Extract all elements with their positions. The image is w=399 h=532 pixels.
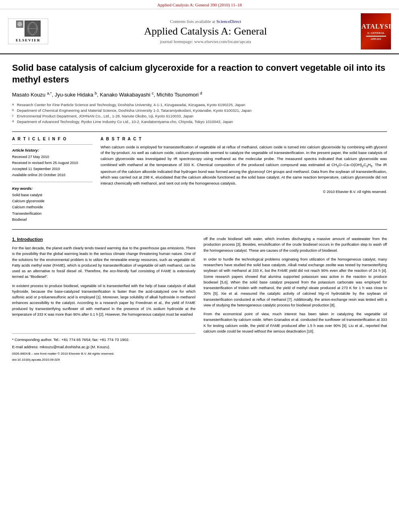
intro-para-3: off the crude biodiesel with water, whic… — [204, 236, 387, 253]
catalysis-logo: CATALYSIS A: GENERAL APPLIED — [361, 13, 391, 49]
journal-citation: Applied Catalysis A: General 390 (2010) … — [0, 0, 399, 9]
intro-para-2: In existent process to produce biodiesel… — [12, 283, 195, 318]
journal-header-center: Contents lists available at ScienceDirec… — [56, 19, 355, 44]
intro-para-1: For the last decade, the planet earth cl… — [12, 245, 195, 280]
catalysis-logo-applied: APPLIED — [370, 38, 381, 40]
revised-date: Received in revised form 25 August 2010 — [12, 160, 93, 166]
keyword-2: Calcium glyceroxide — [12, 198, 93, 204]
accepted-date: Accepted 11 September 2010 — [12, 166, 93, 172]
article-info-column: A R T I C L E I N F O Article history: R… — [12, 137, 93, 223]
logo-box-2 — [25, 21, 41, 37]
catalysis-logo-text: CATALYSIS — [356, 23, 395, 30]
body-content: 1. Introduction For the last decade, the… — [12, 236, 387, 364]
catalysis-logo-subtitle: A: GENERAL — [367, 31, 385, 35]
introduction-title: 1. Introduction — [12, 236, 195, 243]
article-info-title: A R T I C L E I N F O — [12, 137, 93, 141]
intro-para-5: From the economical point of view, much … — [204, 311, 387, 334]
abstract-column: A B S T R A C T When calcium oxide is em… — [101, 137, 387, 223]
keyword-4: Transesterification — [12, 211, 93, 217]
logo-box-1 — [16, 21, 23, 28]
affiliation-c: c Environmental Product Department, JOHN… — [12, 113, 387, 119]
abstract-text: When calcium oxide is employed for trans… — [101, 144, 387, 187]
doi-line: doi:10.1016/j.apcata.2010.09.029 — [12, 357, 195, 362]
elsevier-logo: ELSEVIER — [8, 18, 48, 44]
title-divider — [12, 131, 387, 132]
footer-area: * Corresponding author. Tel.: +81 774 65… — [12, 333, 195, 362]
elsevier-text: ELSEVIER — [16, 38, 41, 42]
catalysis-logo-divider — [366, 36, 386, 37]
journal-title: Applied Catalysis A: General — [56, 25, 355, 37]
affiliation-d: d Department of Advanced Technology, Ryo… — [12, 119, 387, 125]
keyword-1: Solid base catalyst — [12, 192, 93, 198]
abstract-title: A B S T R A C T — [101, 137, 387, 141]
intro-para-4: In order to hurdle the technological pro… — [204, 257, 387, 308]
paper-title: Solid base catalysis of calcium glycerox… — [12, 62, 387, 85]
keywords-label: Key words: — [12, 186, 93, 191]
history-items: Received 27 May 2010 Received in revised… — [12, 154, 93, 179]
info-divider-top — [12, 144, 93, 145]
elsevier-logo-area: ELSEVIER — [8, 18, 56, 44]
citation-text: Applied Catalysis A: General 390 (2010) … — [157, 2, 242, 7]
authors-line: Masato Kouzu a,*, Jyu-suke Hidaka b, Kan… — [12, 91, 387, 98]
keyword-5: Biodiesel — [12, 217, 93, 223]
history-label: Article history: — [12, 148, 93, 152]
issn-line: 0926-860X/$ – see front matter © 2010 El… — [12, 351, 195, 356]
corresponding-author-note: * Corresponding author. Tel.: +81 774 65… — [12, 337, 195, 343]
info-divider-mid — [12, 182, 93, 182]
email-note: E-mail address: mkouzu@mail.doshisha.ac.… — [12, 344, 195, 350]
main-content: Solid base catalysis of calcium glycerox… — [0, 54, 399, 372]
received-date: Received 27 May 2010 — [12, 154, 93, 160]
keyword-3: Calcium methoxide — [12, 204, 93, 210]
keywords-list: Solid base catalyst Calcium glyceroxide … — [12, 192, 93, 223]
catalysis-logo-area: CATALYSIS A: GENERAL APPLIED — [355, 13, 391, 49]
affiliation-a: a Research Center for Fine Particle Scie… — [12, 102, 387, 108]
abstract-divider — [12, 229, 387, 230]
article-info-abstract: A R T I C L E I N F O Article history: R… — [12, 137, 387, 223]
logo-image — [16, 21, 41, 37]
body-col-left: 1. Introduction For the last decade, the… — [12, 236, 195, 364]
contents-available: Contents lists available at ScienceDirec… — [56, 19, 355, 24]
affiliation-b: b Department of Chemical Engineering and… — [12, 108, 387, 113]
available-date: Available online 20 October 2010 — [12, 172, 93, 178]
journal-header: ELSEVIER Contents lists available at Sci… — [0, 9, 399, 54]
body-col-right: off the crude biodiesel with water, whic… — [204, 236, 387, 364]
journal-homepage: journal homepage: www.elsevier.com/locat… — [56, 39, 355, 44]
affiliations: a Research Center for Fine Particle Scie… — [12, 102, 387, 125]
sciencedirect-link[interactable]: ScienceDirect — [216, 19, 241, 24]
copyright-line: © 2010 Elsevier B.V. All rights reserved… — [101, 190, 387, 194]
